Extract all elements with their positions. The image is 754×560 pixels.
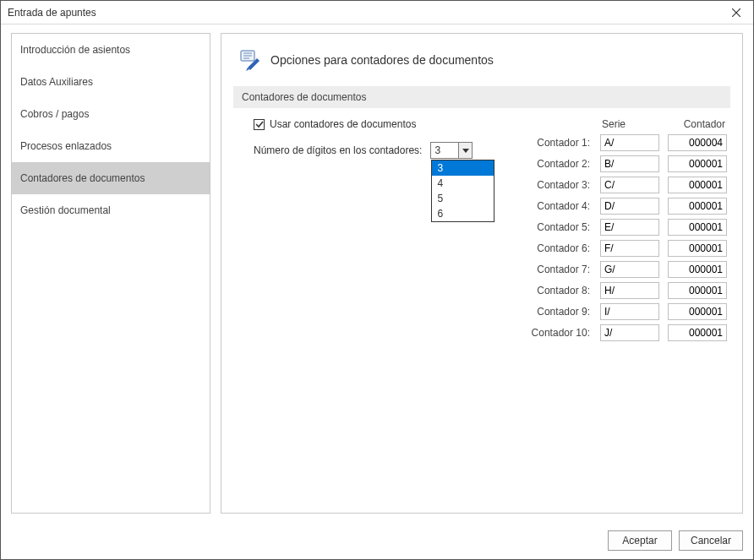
sidebar-item-1[interactable]: Datos Auxiliares xyxy=(12,66,210,98)
counter-label-10: Contador 10: xyxy=(524,327,592,339)
chevron-down-icon xyxy=(462,147,469,154)
digits-option-6[interactable]: 6 xyxy=(432,206,494,221)
left-options: Usar contadores de documentos Número de … xyxy=(254,118,473,159)
close-button[interactable] xyxy=(719,1,753,24)
counter-label-8: Contador 8: xyxy=(524,285,592,296)
document-edit-icon xyxy=(238,49,260,71)
titlebar: Entrada de apuntes xyxy=(1,1,753,24)
header-serie: Serie xyxy=(600,118,659,130)
sidebar-item-4[interactable]: Contadores de documentos xyxy=(12,162,210,194)
cancel-button[interactable]: Cancelar xyxy=(679,530,743,551)
use-counters-row[interactable]: Usar contadores de documentos xyxy=(254,118,473,130)
contador-input-2[interactable] xyxy=(668,155,727,172)
serie-input-6[interactable] xyxy=(600,240,659,257)
check-icon xyxy=(255,120,264,128)
digits-value: 3 xyxy=(431,144,458,156)
contador-input-4[interactable] xyxy=(668,198,727,215)
serie-input-5[interactable] xyxy=(600,219,659,236)
window-title: Entrada de apuntes xyxy=(8,7,96,19)
counter-label-6: Contador 6: xyxy=(524,242,592,254)
serie-input-4[interactable] xyxy=(600,198,659,215)
counter-label-5: Contador 5: xyxy=(524,221,592,233)
digits-dropdown: 3456 xyxy=(431,160,494,222)
header-contador: Contador xyxy=(668,118,727,130)
digits-label: Número de dígitos en los contadores: xyxy=(254,144,422,156)
sidebar-item-5[interactable]: Gestión documental xyxy=(12,194,210,226)
section-header: Contadores de documentos xyxy=(233,86,730,108)
contador-input-8[interactable] xyxy=(668,282,727,299)
content-area: Introducción de asientosDatos Auxiliares… xyxy=(1,24,753,522)
combo-button[interactable] xyxy=(458,143,472,158)
digits-option-5[interactable]: 5 xyxy=(432,191,494,206)
serie-input-9[interactable] xyxy=(600,303,659,320)
sidebar-item-2[interactable]: Cobros / pagos xyxy=(12,98,210,130)
digits-combo[interactable]: 3 3456 xyxy=(430,142,473,159)
contador-input-6[interactable] xyxy=(668,240,727,257)
use-counters-checkbox[interactable] xyxy=(254,119,265,130)
page-title: Opciones para contadores de documentos xyxy=(270,53,494,67)
counter-label-1: Contador 1: xyxy=(524,137,592,149)
sidebar-item-3[interactable]: Procesos enlazados xyxy=(12,130,210,162)
close-icon xyxy=(732,8,740,17)
counter-label-2: Contador 2: xyxy=(524,158,592,170)
contador-input-5[interactable] xyxy=(668,219,727,236)
counters-grid: Serie Contador Contador 1:Contador 2:Con… xyxy=(524,118,730,341)
contador-input-9[interactable] xyxy=(668,303,727,320)
contador-input-1[interactable] xyxy=(668,134,727,151)
footer: Aceptar Cancelar xyxy=(1,522,753,559)
digits-row: Número de dígitos en los contadores: 3 3… xyxy=(254,142,473,159)
serie-input-10[interactable] xyxy=(600,324,659,341)
sidebar-item-0[interactable]: Introducción de asientos xyxy=(12,34,210,66)
digits-option-4[interactable]: 4 xyxy=(432,176,494,191)
sidebar: Introducción de asientosDatos Auxiliares… xyxy=(11,33,210,514)
panel-header: Opciones para contadores de documentos xyxy=(233,49,730,71)
svg-marker-6 xyxy=(462,149,469,153)
counter-label-7: Contador 7: xyxy=(524,264,592,275)
options-row: Usar contadores de documentos Número de … xyxy=(233,118,730,341)
contador-input-10[interactable] xyxy=(668,324,727,341)
serie-input-1[interactable] xyxy=(600,134,659,151)
digits-option-3[interactable]: 3 xyxy=(432,160,494,176)
serie-input-2[interactable] xyxy=(600,155,659,172)
counter-label-9: Contador 9: xyxy=(524,306,592,318)
accept-button[interactable]: Aceptar xyxy=(608,530,672,551)
serie-input-3[interactable] xyxy=(600,177,659,193)
use-counters-label: Usar contadores de documentos xyxy=(270,118,416,130)
serie-input-7[interactable] xyxy=(600,261,659,278)
counter-label-4: Contador 4: xyxy=(524,200,592,212)
contador-input-7[interactable] xyxy=(668,261,727,278)
contador-input-3[interactable] xyxy=(668,177,727,193)
serie-input-8[interactable] xyxy=(600,282,659,299)
main-panel: Opciones para contadores de documentos C… xyxy=(221,33,743,514)
counter-label-3: Contador 3: xyxy=(524,179,592,191)
